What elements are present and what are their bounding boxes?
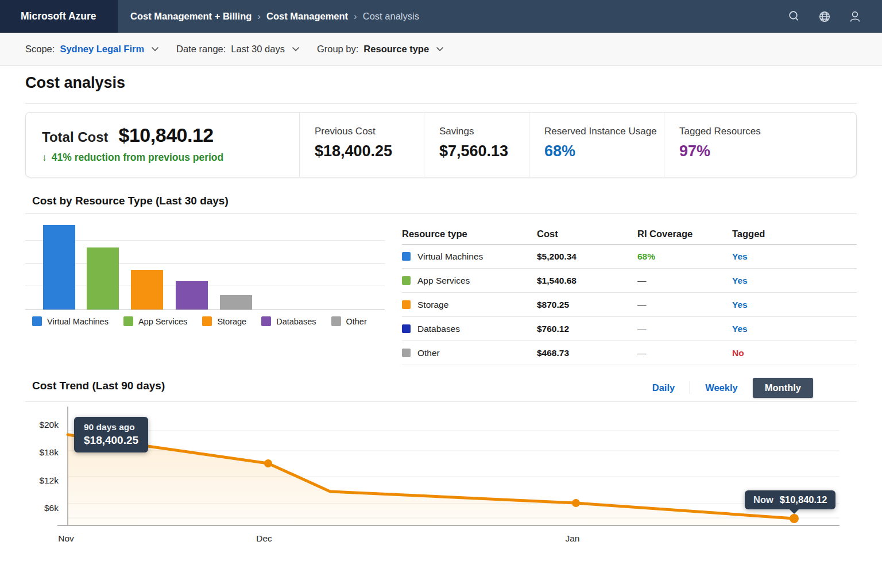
scope-label: Scope: <box>25 44 55 55</box>
metric-value: $18,400.25 <box>315 142 424 160</box>
trend-control-daily[interactable]: Daily <box>652 382 675 393</box>
resource-color-swatch <box>402 300 411 309</box>
gridline <box>25 263 385 264</box>
resource-name: Other <box>417 348 440 358</box>
legend-swatch <box>261 316 271 326</box>
breadcrumb-item-cost-management-billing[interactable]: Cost Management + Billing <box>130 11 252 22</box>
trend-control-weekly[interactable]: Weekly <box>705 382 738 393</box>
legend-item-virtual-machines: Virtual Machines <box>32 316 109 326</box>
x-axis-tick-nov: Nov <box>43 533 89 544</box>
ri-coverage-cell: — <box>637 276 732 286</box>
legend-item-databases: Databases <box>261 316 316 326</box>
resource-name: Storage <box>417 300 448 310</box>
bar-other[interactable] <box>220 295 252 310</box>
summary-card: Total Cost $10,840.12 ↓ 41% reduction fr… <box>25 112 857 177</box>
summary-metric-previous-cost: Previous Cost$18,400.25 <box>299 113 424 177</box>
cost-cell: $468.73 <box>537 348 637 358</box>
legend-label: Other <box>346 317 367 326</box>
resource-color-swatch <box>402 349 411 357</box>
tooltip-value: $18,400.25 <box>84 434 138 447</box>
resource-cost-bar-chart <box>25 214 385 310</box>
group-by-label: Group by: <box>317 44 358 55</box>
resource-color-swatch <box>402 324 411 333</box>
tagged-cell: Yes <box>732 276 857 286</box>
resource-table-header: Resource typeCostRI CoverageTagged <box>402 223 857 245</box>
ri-coverage-cell: — <box>637 300 732 310</box>
legend-swatch <box>123 316 133 326</box>
ri-coverage-cell: — <box>637 324 732 334</box>
x-axis-tick-dec: Dec <box>241 533 287 544</box>
profile-icon[interactable] <box>848 9 862 24</box>
tooltip-label: Now <box>753 494 773 505</box>
tagged-cell: Yes <box>732 324 857 334</box>
tagged-cell: No <box>732 348 857 358</box>
trend-section-title: Cost Trend (Last 90 days) <box>32 380 165 392</box>
legend-label: Databases <box>276 317 316 326</box>
summary-metric-tagged-resources: Tagged Resources97% <box>664 113 856 177</box>
resource-color-swatch <box>402 252 411 261</box>
scope-value: Sydney Legal Firm <box>60 44 144 55</box>
cost-delta-text: 41% reduction from previous period <box>52 152 224 164</box>
azure-logo[interactable]: Microsoft Azure <box>0 0 118 33</box>
metric-value: $7,560.13 <box>439 142 529 160</box>
y-axis-tick-12k: $12k <box>22 475 59 486</box>
legend-label: Virtual Machines <box>47 317 109 326</box>
trend-control-monthly[interactable]: Monthly <box>753 378 813 398</box>
total-cost-label: Total Cost <box>42 129 109 145</box>
legend-label: App Services <box>138 317 187 326</box>
date-range-selector[interactable]: Date range: Last 30 days <box>176 44 300 55</box>
table-row-app-services[interactable]: App Services$1,540.68—Yes <box>402 269 857 293</box>
breadcrumb-item-cost-management[interactable]: Cost Management <box>266 11 348 22</box>
search-icon[interactable] <box>787 9 802 24</box>
legend-swatch <box>32 316 42 326</box>
tooltip-arrow <box>790 509 799 514</box>
bar-app-services[interactable] <box>87 247 119 310</box>
cost-cell: $870.25 <box>537 300 637 310</box>
table-row-other[interactable]: Other$468.73—No <box>402 341 857 365</box>
summary-metric-savings: Savings$7,560.13 <box>424 113 529 177</box>
x-axis-tick-jan: Jan <box>550 533 595 544</box>
bar-virtual-machines[interactable] <box>43 225 75 310</box>
trend-tooltip-start: 90 days ago $18,400.25 <box>74 417 148 452</box>
ri-coverage-cell: 68% <box>637 252 732 262</box>
chart-legend: Virtual MachinesApp ServicesStorageDatab… <box>32 316 367 326</box>
gridline <box>25 240 385 241</box>
metric-label: Previous Cost <box>315 126 424 137</box>
top-nav-bar: Microsoft Azure Cost Management + Billin… <box>0 0 882 33</box>
scope-selector[interactable]: Scope: Sydney Legal Firm <box>25 44 159 55</box>
bar-storage[interactable] <box>131 270 163 310</box>
resource-table: Resource typeCostRI CoverageTaggedVirtua… <box>402 223 857 365</box>
metric-label: Tagged Resources <box>679 126 856 137</box>
metric-label: Savings <box>439 126 529 137</box>
legend-item-app-services: App Services <box>123 316 187 326</box>
metric-value: 68% <box>544 142 664 160</box>
breadcrumb-item-cost-analysis[interactable]: Cost analysis <box>363 11 419 22</box>
column-header-resource-type: Resource type <box>402 229 537 239</box>
column-header-tagged: Tagged <box>732 229 857 239</box>
tagged-cell: Yes <box>732 252 857 262</box>
table-row-virtual-machines[interactable]: Virtual Machines$5,200.3468%Yes <box>402 245 857 269</box>
legend-swatch <box>331 316 341 326</box>
data-point-1 <box>572 499 580 507</box>
resource-section-title: Cost by Resource Type (Last 30 days) <box>32 195 229 207</box>
y-axis-tick-18k: $18k <box>22 447 59 458</box>
globe-icon[interactable] <box>817 9 832 24</box>
tagged-cell: Yes <box>732 300 857 310</box>
legend-item-storage: Storage <box>202 316 246 326</box>
data-point-0 <box>264 459 272 467</box>
group-by-selector[interactable]: Group by: Resource type <box>317 44 444 55</box>
metric-label: Reserved Instance Usage <box>544 126 664 137</box>
table-row-databases[interactable]: Databases$760.12—Yes <box>402 317 857 341</box>
legend-item-other: Other <box>331 316 367 326</box>
column-header-cost: Cost <box>537 229 637 239</box>
cost-cell: $5,200.34 <box>537 252 637 262</box>
bar-databases[interactable] <box>176 281 208 310</box>
chevron-down-icon <box>292 47 300 52</box>
chevron-down-icon <box>151 47 159 52</box>
divider <box>25 103 857 104</box>
data-point-2 <box>790 514 799 523</box>
chevron-down-icon <box>436 47 444 52</box>
table-row-storage[interactable]: Storage$870.25—Yes <box>402 293 857 317</box>
breadcrumb-separator: › <box>257 11 261 22</box>
column-header-ri-coverage: RI Coverage <box>637 229 732 239</box>
